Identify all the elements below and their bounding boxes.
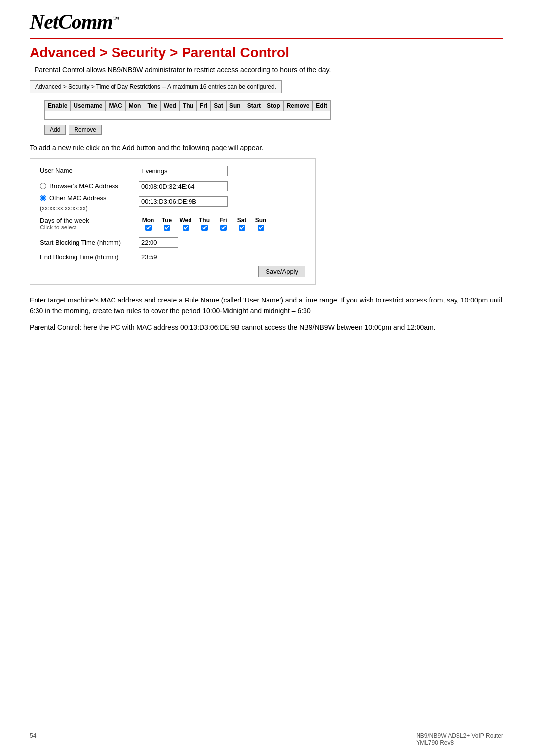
start-time-label: Start Blocking Time (hh:mm) (40, 239, 139, 246)
footer: 54 NB9/NB9W ADSL2+ VoIP Router YML790 Re… (30, 729, 503, 746)
col-edit: Edit (313, 101, 331, 111)
col-wed: Wed (160, 101, 179, 111)
day-check-sun[interactable] (251, 225, 270, 232)
browser-mac-radio[interactable] (40, 183, 46, 189)
days-label: Days of the week (40, 217, 139, 224)
table-container: Enable Username MAC Mon Tue Wed Thu Fri … (44, 100, 503, 120)
start-time-input[interactable] (139, 237, 178, 248)
col-mon: Mon (125, 101, 144, 111)
other-mac-radio[interactable] (40, 195, 46, 201)
empty-row (45, 111, 331, 120)
mac-inputs (139, 181, 228, 207)
col-fri: Fri (196, 101, 210, 111)
breadcrumb: Advanced > Security > Time of Day Restri… (30, 80, 282, 93)
day-header-sat: Sat (232, 217, 251, 224)
username-row: User Name (40, 166, 305, 176)
col-tue: Tue (144, 101, 160, 111)
col-enable: Enable (45, 101, 71, 111)
end-time-input[interactable] (139, 252, 178, 262)
day-header-mon: Mon (139, 217, 157, 224)
form-area: User Name Browser's MAC Address Other MA… (30, 158, 316, 285)
checkbox-tue[interactable] (164, 225, 170, 231)
day-check-mon[interactable] (139, 225, 157, 232)
logo-tm: ™ (113, 15, 119, 23)
page-title: Advanced > Security > Parental Control (30, 45, 503, 61)
browser-mac-row: Browser's MAC Address (40, 182, 139, 189)
day-check-fri[interactable] (214, 225, 232, 232)
logo-brand: NetComm (30, 10, 113, 33)
day-checks (139, 225, 270, 232)
other-mac-label: Other MAC Address (49, 194, 107, 202)
col-stop: Stop (264, 101, 284, 111)
day-header-fri: Fri (214, 217, 232, 224)
remove-button[interactable]: Remove (69, 125, 102, 135)
logo-area: NetComm™ (30, 10, 503, 39)
checkbox-fri[interactable] (220, 225, 227, 231)
col-start: Start (244, 101, 264, 111)
logo-text: NetComm™ (30, 10, 119, 33)
save-row: Save/Apply (40, 266, 305, 277)
days-row: Days of the week Click to select Mon Tue… (40, 217, 305, 232)
day-header-wed: Wed (176, 217, 195, 224)
mac-row: Browser's MAC Address Other MAC Address … (40, 181, 305, 212)
restrictions-table: Enable Username MAC Mon Tue Wed Thu Fri … (44, 100, 331, 120)
days-label-col: Days of the week Click to select (40, 217, 139, 231)
checkbox-sun[interactable] (258, 225, 264, 231)
info-block: Enter target machine's MAC address and c… (30, 295, 503, 333)
day-check-tue[interactable] (157, 225, 176, 232)
days-headers: Mon Tue Wed Thu Fri Sat Sun (139, 217, 270, 224)
col-username: Username (71, 101, 106, 111)
username-label: User Name (40, 166, 139, 174)
col-sun: Sun (226, 101, 244, 111)
footer-router-info: NB9/NB9W ADSL2+ VoIP Router YML790 Rev8 (416, 732, 503, 746)
add-button[interactable]: Add (44, 125, 66, 135)
day-header-tue: Tue (157, 217, 176, 224)
info-para2: Parental Control: here the PC with MAC a… (30, 322, 503, 333)
save-apply-button[interactable]: Save/Apply (258, 266, 305, 277)
col-remove: Remove (283, 101, 313, 111)
start-time-row: Start Blocking Time (hh:mm) (40, 237, 305, 248)
days-grid: Mon Tue Wed Thu Fri Sat Sun (139, 217, 270, 232)
checkbox-wed[interactable] (183, 225, 189, 231)
footer-model: YML790 Rev8 (416, 739, 454, 746)
other-mac-row: Other MAC Address (40, 194, 139, 202)
username-input[interactable] (139, 166, 228, 176)
day-check-wed[interactable] (176, 225, 195, 232)
other-mac-input[interactable] (139, 196, 228, 207)
checkbox-mon[interactable] (145, 225, 152, 231)
checkbox-sat[interactable] (239, 225, 245, 231)
day-check-thu[interactable] (195, 225, 214, 232)
footer-page-num: 54 (30, 732, 36, 746)
col-sat: Sat (211, 101, 227, 111)
end-time-row: End Blocking Time (hh:mm) (40, 252, 305, 262)
days-sub: Click to select (40, 224, 139, 231)
add-remove-row: Add Remove (44, 125, 503, 135)
browser-mac-label: Browser's MAC Address (49, 182, 118, 189)
checkbox-thu[interactable] (201, 225, 208, 231)
day-header-thu: Thu (195, 217, 214, 224)
day-header-sun: Sun (251, 217, 270, 224)
col-mac: MAC (106, 101, 125, 111)
footer-router-name: NB9/NB9W ADSL2+ VoIP Router (416, 732, 503, 739)
radio-mac-group: Browser's MAC Address Other MAC Address … (40, 182, 139, 212)
info-para1: Enter target machine's MAC address and c… (30, 295, 503, 317)
mac-hint: (xx:xx:xx:xx:xx:xx) (40, 205, 139, 212)
end-time-label: End Blocking Time (hh:mm) (40, 253, 139, 261)
table-header-row: Enable Username MAC Mon Tue Wed Thu Fri … (45, 101, 331, 111)
day-check-sat[interactable] (232, 225, 251, 232)
browser-mac-input[interactable] (139, 181, 228, 191)
mac-label-col: Browser's MAC Address Other MAC Address … (40, 181, 139, 212)
col-thu: Thu (179, 101, 196, 111)
section-desc: To add a new rule click on the Add butto… (30, 144, 503, 151)
intro-text: Parental Control allows NB9/NB9W adminis… (35, 66, 503, 74)
